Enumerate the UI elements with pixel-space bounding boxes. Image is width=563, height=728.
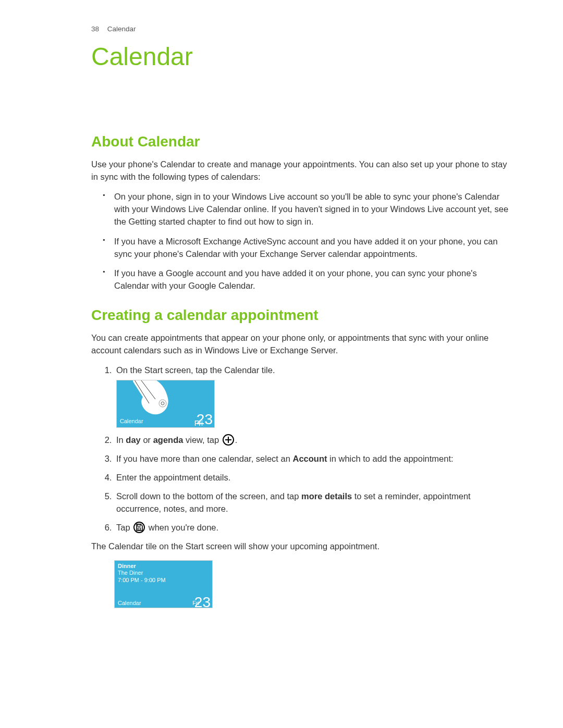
tile-date-number: 23 bbox=[194, 594, 211, 608]
create-steps-list: On the Start screen, tap the Calendar ti… bbox=[91, 364, 511, 534]
svg-rect-3 bbox=[138, 528, 141, 530]
tile-appt-title: Dinner bbox=[118, 563, 166, 570]
tile-appt-location: The Diner bbox=[118, 570, 166, 577]
tile-appt-time: 7:00 PM - 9:00 PM bbox=[118, 577, 166, 584]
step-text: On the Start screen, tap the Calendar ti… bbox=[116, 365, 275, 375]
save-circle-icon bbox=[133, 522, 145, 533]
step-item: Tap when you're done. bbox=[114, 522, 511, 534]
tile-label: Calendar bbox=[120, 417, 143, 426]
about-bullet-item: If you have a Microsoft Exchange ActiveS… bbox=[114, 236, 511, 261]
step-text: when you're done. bbox=[146, 523, 218, 532]
step-text: Enter the appointment details. bbox=[116, 473, 230, 482]
chapter-title: Calendar bbox=[91, 42, 511, 71]
about-bullet-list: On your phone, sign in to your Windows L… bbox=[91, 191, 511, 292]
plus-circle-icon bbox=[223, 434, 234, 446]
step-item: Scroll down to the bottom of the screen,… bbox=[114, 490, 511, 515]
step-text-bold: day bbox=[126, 435, 140, 445]
step-text-bold: Account bbox=[292, 454, 327, 463]
about-bullet-item: On your phone, sign in to your Windows L… bbox=[114, 191, 511, 228]
calendar-tile-appointment: Dinner The Diner 7:00 PM - 9:00 PM Calen… bbox=[114, 560, 213, 608]
page-number: 38 bbox=[91, 25, 99, 33]
step-text: In bbox=[116, 435, 126, 445]
tile-label: Calendar bbox=[118, 600, 141, 606]
calendar-tile: Calendar Fri 23 bbox=[116, 380, 215, 428]
document-page: 38 Calendar Calendar About Calendar Use … bbox=[0, 0, 563, 728]
step-text: view, tap bbox=[183, 435, 221, 445]
step-text-bold: more details bbox=[301, 491, 352, 501]
step-text: . bbox=[235, 435, 238, 445]
step-item: In day or agenda view, tap . bbox=[114, 434, 511, 447]
closing-text: The Calendar tile on the Start screen wi… bbox=[91, 540, 511, 553]
tile-date-number: 23 bbox=[197, 409, 213, 428]
step-item: On the Start screen, tap the Calendar ti… bbox=[114, 364, 511, 428]
section-about-intro: Use your phone's Calendar to create and … bbox=[91, 158, 511, 183]
section-about-title: About Calendar bbox=[91, 133, 511, 150]
step-text: or bbox=[141, 435, 153, 445]
step-text: Tap bbox=[116, 523, 132, 532]
step-item: If you have more than one calendar, sele… bbox=[114, 453, 511, 465]
step-text-bold: agenda bbox=[153, 435, 183, 445]
step-text: Scroll down to the bottom of the screen,… bbox=[116, 491, 301, 501]
running-header: 38 Calendar bbox=[91, 25, 511, 33]
section-create-title: Creating a calendar appointment bbox=[91, 307, 511, 324]
calendar-tile-figure: Calendar Fri 23 bbox=[116, 380, 511, 428]
step-item: Enter the appointment details. bbox=[114, 472, 511, 484]
section-create-intro: You can create appointments that appear … bbox=[91, 332, 511, 357]
tile-appointment-text: Dinner The Diner 7:00 PM - 9:00 PM bbox=[118, 563, 166, 584]
step-text: If you have more than one calendar, sele… bbox=[116, 454, 292, 463]
svg-rect-2 bbox=[138, 524, 140, 526]
step-text: in which to add the appointment: bbox=[327, 454, 453, 463]
running-title: Calendar bbox=[107, 25, 136, 33]
about-bullet-item: If you have a Google account and you hav… bbox=[114, 267, 511, 292]
